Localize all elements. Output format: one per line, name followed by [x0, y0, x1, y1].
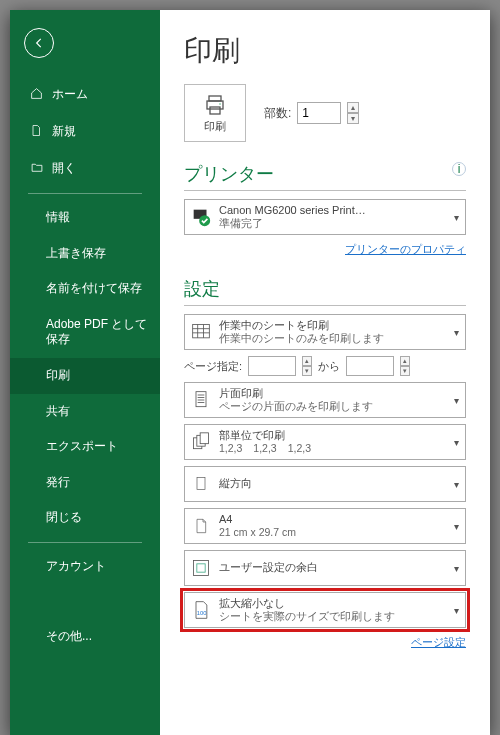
page-from-input[interactable]	[248, 356, 296, 376]
collate-icon	[189, 430, 213, 454]
sidebar-item-home[interactable]: ホーム	[10, 76, 160, 113]
combo-title: 部単位で印刷	[219, 429, 451, 443]
sidebar-item-save[interactable]: 上書き保存	[10, 236, 160, 272]
sidebar-item-label: 新規	[52, 123, 76, 140]
sidebar-item-print[interactable]: 印刷	[10, 358, 160, 394]
combo-title: ユーザー設定の余白	[219, 561, 451, 575]
svg-rect-2	[210, 107, 220, 114]
page-from-down[interactable]: ▾	[302, 366, 312, 376]
portrait-icon	[189, 472, 213, 496]
page-icon	[189, 514, 213, 538]
margins-icon	[189, 556, 213, 580]
sidebar-item-more[interactable]: その他...	[10, 619, 160, 655]
sidebar-item-open[interactable]: 開く	[10, 150, 160, 187]
print-button[interactable]: 印刷	[184, 84, 246, 142]
margins-combo[interactable]: ユーザー設定の余白 ▾	[184, 550, 466, 586]
paper-combo[interactable]: A4 21 cm x 29.7 cm ▾	[184, 508, 466, 544]
main-panel: 印刷 印刷 部数: ▴ ▾ プリンター	[160, 10, 490, 735]
copies-input[interactable]	[297, 102, 341, 124]
sidebar-item-saveas[interactable]: 名前を付けて保存	[10, 271, 160, 307]
info-icon[interactable]: i	[452, 162, 466, 176]
sidebar-item-share[interactable]: 共有	[10, 394, 160, 430]
printer-icon	[202, 93, 228, 117]
combo-title: 片面印刷	[219, 387, 451, 401]
combo-title: A4	[219, 513, 451, 527]
chevron-down-icon: ▾	[451, 563, 461, 574]
chevron-down-icon: ▾	[451, 437, 461, 448]
combo-sub: 21 cm x 29.7 cm	[219, 526, 451, 539]
svg-point-3	[219, 103, 220, 104]
file-icon	[30, 124, 44, 140]
orientation-combo[interactable]: 縦方向 ▾	[184, 466, 466, 502]
svg-rect-11	[196, 392, 206, 407]
sidebar-item-new[interactable]: 新規	[10, 113, 160, 150]
combo-title: 拡大縮小なし	[219, 597, 451, 611]
page-setup-link[interactable]: ページ設定	[411, 636, 466, 648]
page-from-up[interactable]: ▴	[302, 356, 312, 366]
svg-rect-20	[194, 561, 209, 576]
svg-rect-0	[209, 96, 221, 101]
printer-properties-link[interactable]: プリンターのプロパティ	[345, 243, 466, 255]
combo-sub: 1,2,3 1,2,3 1,2,3	[219, 442, 451, 455]
print-button-label: 印刷	[204, 119, 226, 134]
sidebar-divider	[28, 542, 142, 543]
back-button[interactable]	[24, 28, 54, 58]
sidebar-item-account[interactable]: アカウント	[10, 549, 160, 585]
page-range-row: ページ指定: ▴▾ から ▴▾	[184, 356, 466, 376]
chevron-down-icon: ▾	[451, 395, 461, 406]
chevron-down-icon: ▾	[451, 327, 461, 338]
combo-sub: ページの片面のみを印刷します	[219, 400, 451, 413]
page-range-label: ページ指定:	[184, 359, 242, 374]
folder-icon	[30, 161, 44, 177]
chevron-down-icon: ▾	[451, 212, 461, 223]
page-title: 印刷	[184, 32, 466, 70]
chevron-down-icon: ▾	[451, 605, 461, 616]
sheet-icon	[189, 320, 213, 344]
sidebar: ホーム 新規 開く 情報 上書き保存 名前を付けて保存 Adobe PDF とし…	[10, 10, 160, 735]
sidebar-item-info[interactable]: 情報	[10, 200, 160, 236]
sidebar-item-label: ホーム	[52, 86, 88, 103]
section-divider	[184, 305, 466, 306]
page-to-up[interactable]: ▴	[400, 356, 410, 366]
sidebar-item-close[interactable]: 閉じる	[10, 500, 160, 536]
sidebar-item-label: 開く	[52, 160, 76, 177]
home-icon	[30, 87, 44, 103]
sides-combo[interactable]: 片面印刷 ページの片面のみを印刷します ▾	[184, 382, 466, 418]
scale-icon: 100	[189, 598, 213, 622]
printer-heading: プリンター i	[184, 162, 466, 186]
combo-title: 縦方向	[219, 477, 451, 491]
scale-combo[interactable]: 100 拡大縮小なし シートを実際のサイズで印刷します ▾	[184, 592, 466, 628]
svg-rect-6	[193, 325, 210, 338]
sidebar-item-adobepdf[interactable]: Adobe PDF として保存	[10, 307, 160, 358]
combo-title: 作業中のシートを印刷	[219, 319, 451, 333]
single-side-icon	[189, 388, 213, 412]
combo-sub: 作業中のシートのみを印刷します	[219, 332, 451, 345]
svg-rect-21	[197, 564, 205, 572]
svg-rect-19	[197, 477, 205, 489]
page-range-sep: から	[318, 359, 340, 374]
sidebar-item-publish[interactable]: 発行	[10, 465, 160, 501]
copies-up[interactable]: ▴	[347, 102, 359, 113]
collate-combo[interactable]: 部単位で印刷 1,2,3 1,2,3 1,2,3 ▾	[184, 424, 466, 460]
backstage-window: ホーム 新規 開く 情報 上書き保存 名前を付けて保存 Adobe PDF とし…	[10, 10, 490, 735]
sidebar-divider	[28, 193, 142, 194]
print-what-combo[interactable]: 作業中のシートを印刷 作業中のシートのみを印刷します ▾	[184, 314, 466, 350]
printer-status-icon	[189, 205, 213, 229]
combo-sub: シートを実際のサイズで印刷します	[219, 610, 451, 623]
chevron-down-icon: ▾	[451, 479, 461, 490]
svg-rect-18	[200, 433, 208, 444]
printer-combo[interactable]: Canon MG6200 series Print… 準備完了 ▾	[184, 199, 466, 235]
settings-heading: 設定	[184, 277, 466, 301]
copies-down[interactable]: ▾	[347, 113, 359, 124]
printer-name: Canon MG6200 series Print…	[219, 204, 451, 218]
printer-status: 準備完了	[219, 217, 451, 230]
page-to-down[interactable]: ▾	[400, 366, 410, 376]
sidebar-item-export[interactable]: エクスポート	[10, 429, 160, 465]
copies-label: 部数:	[264, 105, 291, 122]
chevron-down-icon: ▾	[451, 521, 461, 532]
svg-text:100: 100	[197, 610, 207, 616]
page-to-input[interactable]	[346, 356, 394, 376]
section-divider	[184, 190, 466, 191]
